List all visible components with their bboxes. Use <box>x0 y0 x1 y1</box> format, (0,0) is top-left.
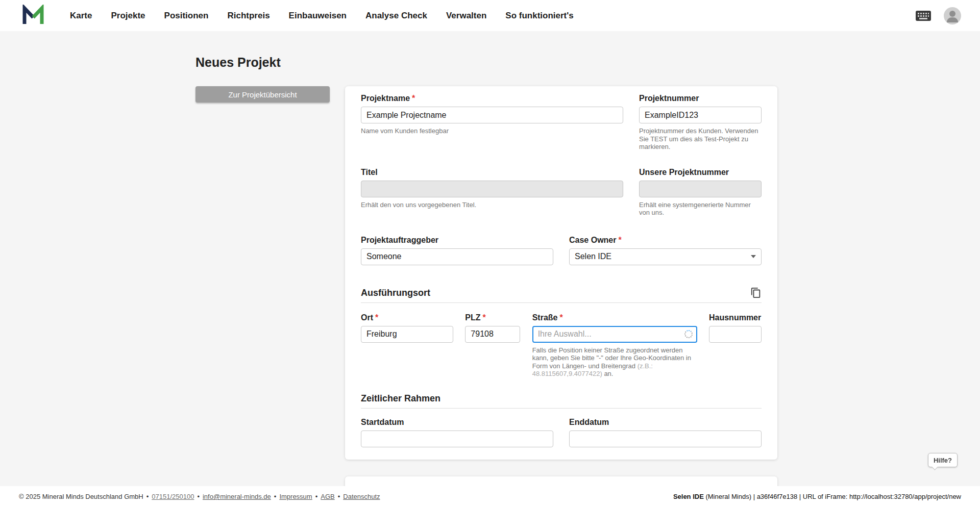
loading-spinner-icon <box>684 330 693 338</box>
footer-email-link[interactable]: info@mineral-minds.de <box>203 493 271 500</box>
top-navbar: Karte Projekte Positionen Richtpreis Ein… <box>0 0 980 31</box>
plz-label: PLZ* <box>465 313 520 322</box>
footer-copyright: © 2025 Mineral Minds Deutschland GmbH <box>19 493 143 500</box>
titel-label: Titel <box>361 168 623 177</box>
ort-input[interactable] <box>361 326 453 343</box>
unsere-projektnummer-label: Unsere Projektnummer <box>639 168 762 177</box>
footer-agb-link[interactable]: AGB <box>321 493 334 500</box>
nav-item-einbauweisen[interactable]: Einbauweisen <box>289 11 347 21</box>
hausnummer-label: Hausnummer <box>709 313 762 322</box>
projektname-input[interactable] <box>361 107 623 123</box>
nav-item-so-funktionierts[interactable]: So funktioniert's <box>505 11 573 21</box>
logo-icon <box>22 5 44 27</box>
nav-item-richtpreis[interactable]: Richtpreis <box>227 11 270 21</box>
footer: © 2025 Mineral Minds Deutschland GmbH • … <box>0 486 980 507</box>
projektnummer-input[interactable] <box>639 107 762 123</box>
page-title: Neues Projekt <box>195 55 980 70</box>
required-asterisk: * <box>559 313 562 322</box>
nav-item-karte[interactable]: Karte <box>70 11 92 21</box>
nav-item-positionen[interactable]: Positionen <box>164 11 209 21</box>
main-navigation: Karte Projekte Positionen Richtpreis Ein… <box>70 11 574 21</box>
strasse-input[interactable] <box>532 326 697 343</box>
copy-icon[interactable] <box>750 287 762 298</box>
footer-phone-link[interactable]: 07151/250100 <box>152 493 194 500</box>
avatar[interactable] <box>944 7 961 24</box>
ort-label: Ort* <box>361 313 453 322</box>
case-owner-select[interactable]: Selen IDE <box>569 248 762 265</box>
required-asterisk: * <box>412 94 415 103</box>
help-button[interactable]: Hilfe? <box>928 453 958 467</box>
case-owner-value: Selen IDE <box>575 252 611 261</box>
case-owner-label: Case Owner* <box>569 236 762 245</box>
nav-item-projekte[interactable]: Projekte <box>111 11 145 21</box>
projektnummer-helper: Projektnummer des Kunden. Verwenden Sie … <box>639 127 762 151</box>
nav-item-analyse-check[interactable]: Analyse Check <box>365 11 427 21</box>
footer-session-info: Selen IDE (Mineral Minds) | a36f46f7e138… <box>673 493 961 500</box>
zeitlicher-rahmen-section-header: Zeitlicher Rahmen <box>361 393 762 409</box>
plz-input[interactable] <box>465 326 520 343</box>
startdatum-input[interactable] <box>361 430 553 447</box>
zeitlicher-rahmen-title: Zeitlicher Rahmen <box>361 393 440 404</box>
unsere-projektnummer-input <box>639 181 762 197</box>
footer-left: © 2025 Mineral Minds Deutschland GmbH • … <box>19 493 380 500</box>
hausnummer-input[interactable] <box>709 326 762 343</box>
unsere-projektnummer-helper: Erhält eine systemgenerierte Nummer von … <box>639 201 762 217</box>
titel-input <box>361 181 623 197</box>
project-form-card: Projektname* Name vom Kunden festlegbar … <box>345 86 777 460</box>
main-content: Neues Projekt Zur Projektübersicht Proje… <box>0 31 980 507</box>
required-asterisk: * <box>375 313 378 322</box>
projektauftraggeber-label: Projektauftraggeber <box>361 236 553 245</box>
ausfuehrungsort-title: Ausführungsort <box>361 287 430 298</box>
strasse-helper: Falls die Position keiner Straße zugeord… <box>532 346 697 378</box>
enddatum-label: Enddatum <box>569 418 762 427</box>
chevron-down-icon <box>751 255 756 258</box>
footer-user-name: Selen IDE <box>673 493 704 500</box>
titel-helper: Erhält den von uns vorgegebenen Titel. <box>361 201 623 209</box>
startdatum-label: Startdatum <box>361 418 553 427</box>
projektname-helper: Name vom Kunden festlegbar <box>361 127 623 135</box>
strasse-label: Straße* <box>532 313 697 322</box>
nav-item-verwalten[interactable]: Verwalten <box>446 11 486 21</box>
projektauftraggeber-input[interactable] <box>361 248 553 265</box>
footer-datenschutz-link[interactable]: Datenschutz <box>343 493 380 500</box>
projektname-label: Projektname* <box>361 94 623 103</box>
back-to-project-overview-button[interactable]: Zur Projektübersicht <box>195 86 330 103</box>
projektnummer-label: Projektnummer <box>639 94 762 103</box>
keyboard-icon[interactable] <box>915 10 932 21</box>
required-asterisk: * <box>618 236 621 244</box>
footer-meta: (Mineral Minds) | a36f46f7e138 | URL of … <box>704 493 961 500</box>
mineral-minds-logo[interactable] <box>22 5 44 27</box>
footer-impressum-link[interactable]: Impressum <box>279 493 312 500</box>
enddatum-input[interactable] <box>569 430 762 447</box>
ausfuehrungsort-section-header: Ausführungsort <box>361 287 762 303</box>
required-asterisk: * <box>483 313 486 322</box>
